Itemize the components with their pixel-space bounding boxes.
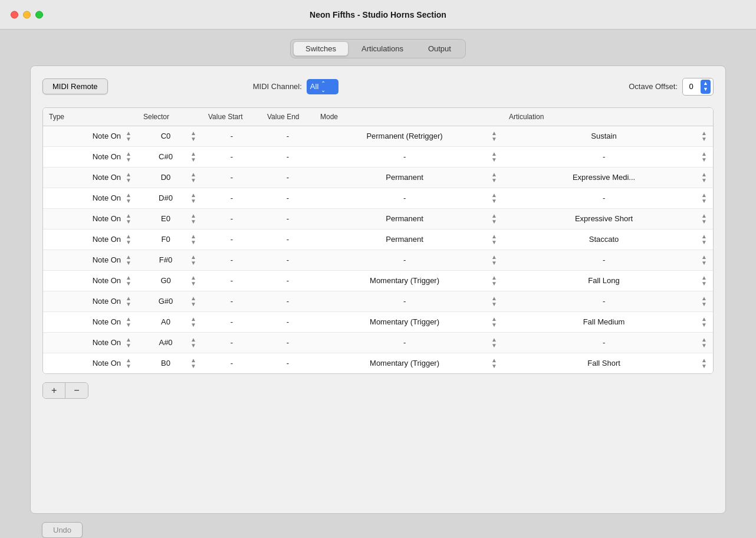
table-row: Note On ▲▼ F0 ▲▼ -- Permanent ▲▼ Staccat…: [43, 229, 713, 250]
table-row: Note On ▲▼ D0 ▲▼ -- Permanent ▲▼ Express…: [43, 167, 713, 188]
selector-spinner-icon[interactable]: ▲▼: [190, 316, 196, 328]
selector-spinner-icon[interactable]: ▲▼: [190, 337, 196, 349]
cell-selector: D0 ▲▼: [137, 167, 202, 188]
selector-spinner-icon[interactable]: ▲▼: [190, 151, 196, 163]
cell-articulation: Fall Long ▲▼: [503, 270, 713, 291]
remove-row-button[interactable]: −: [65, 383, 87, 398]
selector-spinner-icon[interactable]: ▲▼: [190, 213, 196, 225]
midi-channel-select[interactable]: All ⌃⌄: [307, 79, 338, 94]
type-spinner-icon[interactable]: ▲▼: [126, 213, 132, 225]
cell-mode: - ▲▼: [314, 146, 503, 167]
type-spinner-icon[interactable]: ▲▼: [126, 130, 132, 142]
cell-value-start: -: [202, 311, 261, 332]
mode-spinner-icon[interactable]: ▲▼: [491, 130, 497, 142]
articulation-spinner-icon[interactable]: ▲▼: [701, 296, 707, 307]
mode-spinner-icon[interactable]: ▲▼: [491, 357, 497, 369]
cell-type: Note On ▲▼: [43, 353, 137, 373]
cell-value-end: -: [261, 250, 314, 270]
articulation-spinner-icon[interactable]: ▲▼: [701, 337, 707, 349]
minimize-button[interactable]: [23, 11, 31, 18]
cell-articulation: - ▲▼: [503, 291, 713, 311]
selector-spinner-icon[interactable]: ▲▼: [190, 192, 196, 204]
type-spinner-icon[interactable]: ▲▼: [126, 275, 132, 287]
th-value-start: Value Start: [202, 108, 261, 126]
cell-type: Note On ▲▼: [43, 126, 137, 146]
cell-articulation: Staccato ▲▼: [503, 229, 713, 250]
cell-value-end: -: [261, 291, 314, 311]
type-spinner-icon[interactable]: ▲▼: [126, 296, 132, 307]
articulation-spinner-icon[interactable]: ▲▼: [701, 172, 707, 183]
type-spinner-icon[interactable]: ▲▼: [126, 316, 132, 328]
articulation-spinner-icon[interactable]: ▲▼: [701, 130, 707, 142]
articulation-spinner-icon[interactable]: ▲▼: [701, 213, 707, 225]
cell-mode: - ▲▼: [314, 250, 503, 270]
cell-type: Note On ▲▼: [43, 291, 137, 311]
add-row-button[interactable]: +: [43, 383, 65, 398]
cell-value-end: -: [261, 229, 314, 250]
articulation-spinner-icon[interactable]: ▲▼: [701, 151, 707, 163]
mode-spinner-icon[interactable]: ▲▼: [491, 234, 497, 245]
cell-value-end: -: [261, 270, 314, 291]
cell-type: Note On ▲▼: [43, 332, 137, 353]
mode-spinner-icon[interactable]: ▲▼: [491, 337, 497, 349]
close-button[interactable]: [11, 11, 18, 18]
cell-mode: - ▲▼: [314, 332, 503, 353]
cell-value-start: -: [202, 126, 261, 146]
type-spinner-icon[interactable]: ▲▼: [126, 254, 132, 266]
cell-value-start: -: [202, 270, 261, 291]
mode-spinner-icon[interactable]: ▲▼: [491, 296, 497, 307]
octave-offset-stepper[interactable]: 0 ▲▼: [682, 78, 714, 96]
articulation-spinner-icon[interactable]: ▲▼: [701, 192, 707, 204]
switches-table: Type Selector Value Start Value End: [42, 107, 714, 374]
articulation-spinner-icon[interactable]: ▲▼: [701, 254, 707, 266]
midi-channel-value: All: [310, 82, 318, 91]
selector-spinner-icon[interactable]: ▲▼: [190, 130, 196, 142]
type-spinner-icon[interactable]: ▲▼: [126, 192, 132, 204]
articulation-spinner-icon[interactable]: ▲▼: [701, 234, 707, 245]
cell-selector: F0 ▲▼: [137, 229, 202, 250]
cell-selector: G#0 ▲▼: [137, 291, 202, 311]
type-spinner-icon[interactable]: ▲▼: [126, 234, 132, 245]
selector-spinner-icon[interactable]: ▲▼: [190, 234, 196, 245]
articulation-spinner-icon[interactable]: ▲▼: [701, 275, 707, 287]
articulation-spinner-icon[interactable]: ▲▼: [701, 357, 707, 369]
table-row: Note On ▲▼ C0 ▲▼ -- Permanent (Retrigger…: [43, 126, 713, 146]
tab-articulations[interactable]: Articulations: [350, 41, 415, 56]
cell-selector: A#0 ▲▼: [137, 332, 202, 353]
cell-type: Note On ▲▼: [43, 270, 137, 291]
selector-spinner-icon[interactable]: ▲▼: [190, 275, 196, 287]
controls-row: MIDI Remote MIDI Channel: All ⌃⌄ Octave …: [42, 78, 714, 96]
cell-articulation: - ▲▼: [503, 250, 713, 270]
type-spinner-icon[interactable]: ▲▼: [126, 357, 132, 369]
table-scroll[interactable]: Type Selector Value Start Value End: [43, 108, 713, 373]
mode-spinner-icon[interactable]: ▲▼: [491, 275, 497, 287]
tab-switches[interactable]: Switches: [293, 41, 349, 56]
selector-spinner-icon[interactable]: ▲▼: [190, 254, 196, 266]
main-panel: MIDI Remote MIDI Channel: All ⌃⌄ Octave …: [30, 65, 726, 514]
cell-value-start: -: [202, 332, 261, 353]
mode-spinner-icon[interactable]: ▲▼: [491, 192, 497, 204]
articulation-spinner-icon[interactable]: ▲▼: [701, 316, 707, 328]
type-spinner-icon[interactable]: ▲▼: [126, 337, 132, 349]
mode-spinner-icon[interactable]: ▲▼: [491, 172, 497, 183]
cell-type: Note On ▲▼: [43, 229, 137, 250]
octave-stepper-arrows-icon[interactable]: ▲▼: [701, 80, 711, 94]
table-row: Note On ▲▼ G#0 ▲▼ -- - ▲▼ - ▲▼: [43, 291, 713, 311]
undo-button[interactable]: Undo: [42, 522, 83, 538]
maximize-button[interactable]: [35, 11, 43, 18]
type-spinner-icon[interactable]: ▲▼: [126, 151, 132, 163]
midi-remote-button[interactable]: MIDI Remote: [42, 78, 108, 94]
table-row: Note On ▲▼ E0 ▲▼ -- Permanent ▲▼ Express…: [43, 208, 713, 229]
mode-spinner-icon[interactable]: ▲▼: [491, 151, 497, 163]
mode-spinner-icon[interactable]: ▲▼: [491, 213, 497, 225]
tab-output[interactable]: Output: [416, 41, 463, 56]
table-row: Note On ▲▼ A0 ▲▼ -- Momentary (Trigger) …: [43, 311, 713, 332]
mode-spinner-icon[interactable]: ▲▼: [491, 316, 497, 328]
selector-spinner-icon[interactable]: ▲▼: [190, 357, 196, 369]
type-spinner-icon[interactable]: ▲▼: [126, 172, 132, 183]
selector-spinner-icon[interactable]: ▲▼: [190, 296, 196, 307]
mode-spinner-icon[interactable]: ▲▼: [491, 254, 497, 266]
selector-spinner-icon[interactable]: ▲▼: [190, 172, 196, 183]
midi-channel-label: MIDI Channel:: [253, 82, 302, 91]
cell-type: Note On ▲▼: [43, 146, 137, 167]
